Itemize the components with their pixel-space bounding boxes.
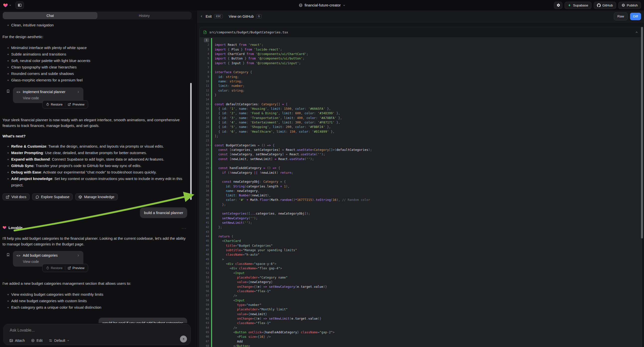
line-number-value: 55 — [206, 285, 209, 288]
code-text: <Input — [200, 298, 642, 303]
attach-button[interactable]: Attach — [9, 338, 25, 342]
code-line: 32 const newCategoryObj: Category = { — [200, 180, 642, 184]
line-number-value: 27 — [206, 157, 209, 160]
file-header[interactable]: src/components/budget/BudgetCategories.t… — [200, 27, 642, 38]
chevron-right-icon — [77, 90, 80, 94]
restore-button[interactable]: Restore — [44, 266, 65, 270]
line-number: 33 — [200, 184, 209, 189]
chat-input[interactable]: Ask Lovable... — [4, 324, 190, 332]
restore-button[interactable]: Restore — [44, 102, 65, 106]
code-line: 46 title="Budget Categories" — [200, 244, 642, 248]
chevron-right-icon — [77, 254, 80, 257]
topbar: financial-future-creator Supabase — [0, 0, 644, 10]
send-button[interactable] — [180, 336, 187, 342]
code-text: name: newCategory, — [200, 189, 642, 193]
line-number: 51 — [200, 266, 209, 270]
line-number: 35 — [200, 193, 209, 198]
chat-message-list: Clean, intuitive navigationFor the desig… — [0, 22, 191, 323]
code-text: <Button onClick={handleAddCategory} clas… — [200, 330, 642, 334]
code-line: 11 limit: number; — [200, 84, 642, 88]
code-line: 43 — [200, 230, 642, 234]
code-text: setCategories([...categories, newCategor… — [200, 211, 642, 216]
assistant-paragraph: I'll help you add budget categories to t… — [2, 236, 187, 247]
line-number-value: 67 — [206, 340, 209, 343]
code-text: ]; — [200, 134, 642, 138]
project-switcher[interactable]: financial-future-creator — [298, 0, 345, 10]
code-text: id: string; — [200, 75, 642, 79]
model-selector[interactable]: Default — [48, 338, 70, 342]
file-added-icon — [203, 30, 207, 34]
supabase-button[interactable]: Supabase — [564, 2, 592, 9]
line-number: 25 — [200, 148, 209, 152]
publish-button[interactable]: Publish — [618, 2, 641, 9]
line-number-value: 1 — [204, 38, 209, 42]
esc-kbd-badge: ESC — [214, 14, 223, 18]
code-scrollbar[interactable] — [641, 27, 643, 238]
list-item: Master Prompting: Use clear, detailed, a… — [2, 150, 187, 156]
code-text: onChange={(e) => setNewCategory(e.target… — [200, 284, 642, 289]
raw-toggle-button[interactable]: Raw — [614, 12, 628, 20]
line-number-value: 65 — [206, 330, 209, 334]
line-number: 47 — [200, 248, 209, 252]
preview-label: Preview — [72, 102, 84, 106]
code-line: 17 { id: '2', name: 'Food & Dining', lim… — [200, 111, 642, 116]
line-number: 32 — [200, 180, 209, 184]
settings-button[interactable] — [554, 2, 562, 9]
bullet-lead: Refine & Customize — [11, 144, 46, 148]
code-line: 61 value={newLimit} — [200, 312, 642, 316]
view-code-link[interactable]: View code — [23, 260, 80, 264]
bullet-dot — [8, 25, 9, 26]
bullet-dot — [8, 172, 9, 173]
file-path: src/components/budget/BudgetCategories.t… — [209, 30, 288, 34]
line-number-value: 51 — [206, 266, 209, 270]
code-line: 48 className="h-auto" — [200, 252, 642, 257]
line-number-value: 58 — [206, 299, 209, 302]
view-code-link[interactable]: View code — [23, 96, 80, 100]
line-number: 52 — [200, 271, 209, 275]
bookmark-icon — [6, 251, 10, 266]
list-item: Clean typography with clear hierarchies — [2, 64, 187, 70]
tab-chat[interactable]: Chat — [3, 12, 97, 19]
line-number-value: 49 — [206, 258, 209, 261]
code-line: 2import React from 'react'; — [200, 42, 642, 47]
collapse-file-button[interactable] — [635, 30, 638, 34]
line-number-value: 41 — [206, 221, 209, 224]
external-link-icon — [68, 103, 71, 106]
bullet-text: Minimalist interface with plenty of whit… — [11, 46, 87, 50]
line-number: 31 — [200, 175, 209, 180]
edit-mode-button[interactable]: Edit — [31, 338, 42, 342]
code-line: 52 <Input — [200, 271, 642, 275]
preview-button[interactable]: Preview — [65, 266, 87, 270]
line-number: 15 — [200, 102, 209, 106]
app-root: financial-future-creator Supabase — [0, 0, 644, 347]
code-panel-header: Exit ESC View on GitHub G Raw Diff — [197, 10, 644, 22]
view-on-github-button[interactable]: View on GitHub — [229, 14, 254, 18]
line-number-value: 16 — [206, 107, 209, 110]
lovable-logo-menu[interactable] — [3, 3, 12, 8]
code-line: 47 subtitle="Manage your spending limits… — [200, 248, 642, 252]
code-editor[interactable]: 12import React from 'react';3import { Pl… — [200, 38, 642, 347]
manage-knowledge-button[interactable]: Manage knowledge — [75, 194, 118, 200]
list-item: Debug with Ease: Activate our experiment… — [2, 169, 187, 176]
message-menu-button[interactable]: ... — [182, 225, 187, 230]
lovable-heart-icon — [2, 226, 6, 230]
tab-history[interactable]: History — [97, 12, 191, 19]
visit-docs-button[interactable]: Visit docs — [2, 194, 30, 200]
chevron-left-icon — [200, 15, 203, 18]
explore-supabase-button[interactable]: Explore Supabase — [32, 194, 73, 200]
github-button[interactable]: GitHub — [594, 2, 616, 9]
line-number-value: 45 — [206, 239, 209, 242]
chat-scrollbar[interactable] — [190, 83, 192, 200]
line-number-value: 44 — [206, 235, 209, 238]
bullet-text: Add new budget categories with custom li… — [11, 299, 87, 303]
code-text: const handleAddCategory = () => { — [200, 166, 642, 170]
sidebar-toggle-button[interactable] — [16, 2, 24, 9]
code-line: 12 color: string; — [200, 88, 642, 93]
external-link-icon — [68, 266, 71, 270]
line-number: 66 — [200, 334, 209, 339]
preview-button[interactable]: Preview — [65, 102, 87, 106]
exit-button[interactable]: Exit — [206, 14, 212, 18]
user-message-bubble: would be cool if you could add budget ca… — [98, 318, 187, 323]
line-number-value: 52 — [206, 271, 209, 274]
diff-toggle-button[interactable]: Diff — [630, 13, 641, 20]
